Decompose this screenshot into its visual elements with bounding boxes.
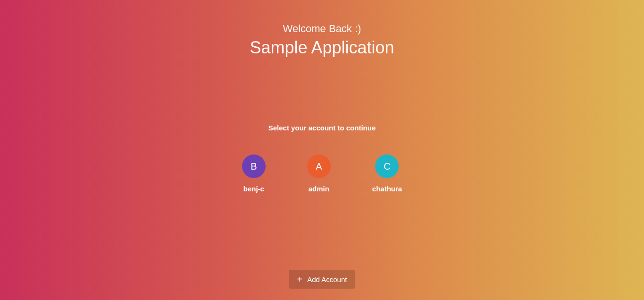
account-item-admin[interactable]: A admin xyxy=(307,154,331,193)
account-name: admin xyxy=(309,185,329,193)
add-account-button[interactable]: + Add Account xyxy=(289,270,356,289)
header: Welcome Back :) Sample Application xyxy=(250,23,394,58)
avatar: A xyxy=(307,154,331,178)
account-item-benj-c[interactable]: B benj-c xyxy=(242,154,266,193)
account-name: benj-c xyxy=(243,185,264,193)
avatar: C xyxy=(375,154,399,178)
app-title: Sample Application xyxy=(250,38,394,58)
account-item-chathura[interactable]: C chathura xyxy=(372,154,402,193)
avatar: B xyxy=(242,154,266,178)
plus-icon: + xyxy=(297,274,303,284)
accounts-row: B benj-c A admin C chathura xyxy=(242,154,402,193)
select-account-prompt: Select your account to continue xyxy=(268,124,376,132)
welcome-text: Welcome Back :) xyxy=(250,23,394,35)
add-account-label: Add Account xyxy=(307,275,347,283)
account-name: chathura xyxy=(372,185,402,193)
